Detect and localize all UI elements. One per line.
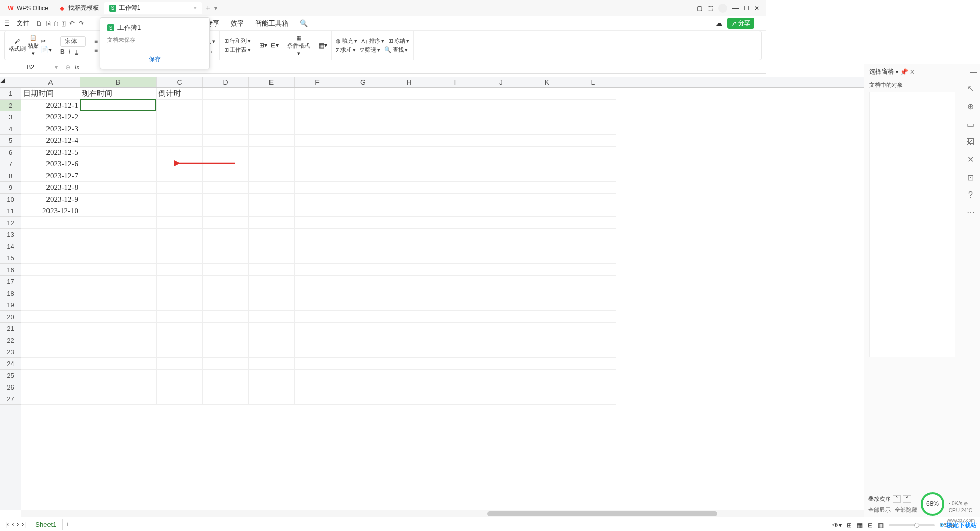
cell-D11[interactable]: [203, 205, 249, 217]
cell-L9[interactable]: [570, 182, 616, 194]
cell-F26[interactable]: [295, 381, 340, 393]
sort-button[interactable]: A↓ 排序▾: [361, 37, 384, 45]
cell-B14[interactable]: [80, 240, 157, 252]
cell-F7[interactable]: [295, 158, 340, 170]
cell-K18[interactable]: [524, 287, 570, 299]
row-header-15[interactable]: 15: [0, 252, 21, 264]
row-header-6[interactable]: 6: [0, 147, 21, 158]
cell-L18[interactable]: [570, 287, 616, 299]
cell-A4[interactable]: 2023-12-3: [21, 123, 80, 135]
cell-H16[interactable]: [386, 264, 432, 276]
cell-E25[interactable]: [249, 370, 295, 381]
cell-J20[interactable]: [478, 311, 524, 323]
cell-J27[interactable]: [478, 393, 524, 405]
cell-I27[interactable]: [432, 393, 478, 405]
cell-L14[interactable]: [570, 240, 616, 252]
cell-K9[interactable]: [524, 182, 570, 194]
cell-G2[interactable]: [340, 100, 386, 111]
row-header-20[interactable]: 20: [0, 311, 21, 323]
cell-C19[interactable]: [157, 299, 203, 311]
cell-C22[interactable]: [157, 334, 203, 346]
cell-E17[interactable]: [249, 276, 295, 287]
col-header-J[interactable]: J: [478, 77, 524, 87]
cell-J19[interactable]: [478, 299, 524, 311]
cell-E23[interactable]: [249, 346, 295, 358]
cell-I10[interactable]: [432, 194, 478, 205]
cell-I8[interactable]: [432, 170, 478, 182]
cell-H5[interactable]: [386, 135, 432, 147]
cell-F18[interactable]: [295, 287, 340, 299]
cell-D22[interactable]: [203, 334, 249, 346]
file-menu-button[interactable]: 文件: [14, 18, 32, 29]
cell-B17[interactable]: [80, 276, 157, 287]
cell-I1[interactable]: [432, 88, 478, 100]
column-headers[interactable]: ABCDEFGHIJKL: [21, 77, 766, 88]
cell-L7[interactable]: [570, 158, 616, 170]
cell-G18[interactable]: [340, 287, 386, 299]
cell-F8[interactable]: [295, 170, 340, 182]
cell-L8[interactable]: [570, 170, 616, 182]
cell-D5[interactable]: [203, 135, 249, 147]
row-header-8[interactable]: 8: [0, 170, 21, 182]
cell-J3[interactable]: [478, 111, 524, 123]
cell-D14[interactable]: [203, 240, 249, 252]
row-header-26[interactable]: 26: [0, 381, 21, 393]
cell-J14[interactable]: [478, 240, 524, 252]
cell-J23[interactable]: [478, 346, 524, 358]
cell-D8[interactable]: [203, 170, 249, 182]
cell-E5[interactable]: [249, 135, 295, 147]
cell-A11[interactable]: 2023-12-10: [21, 205, 80, 217]
cell-J10[interactable]: [478, 194, 524, 205]
sum-button[interactable]: Σ 求和▾: [336, 46, 356, 54]
cell-E6[interactable]: [249, 147, 295, 158]
cell-L6[interactable]: [570, 147, 616, 158]
cell-K14[interactable]: [524, 240, 570, 252]
cell-A5[interactable]: 2023-12-4: [21, 135, 80, 147]
cell-D15[interactable]: [203, 252, 249, 264]
cell-J2[interactable]: [478, 100, 524, 111]
row-header-3[interactable]: 3: [0, 111, 21, 123]
cell-L4[interactable]: [570, 123, 616, 135]
cell-K17[interactable]: [524, 276, 570, 287]
cancel-fx-icon[interactable]: ⊖: [65, 64, 70, 71]
cell-G23[interactable]: [340, 346, 386, 358]
fill-button[interactable]: ◍ 填充▾: [336, 37, 357, 45]
cell-C8[interactable]: [157, 170, 203, 182]
row-header-2[interactable]: 2: [0, 100, 21, 111]
cell-E1[interactable]: [249, 88, 295, 100]
row-header-11[interactable]: 11: [0, 205, 21, 217]
cell-D19[interactable]: [203, 299, 249, 311]
cell-G3[interactable]: [340, 111, 386, 123]
cell-F13[interactable]: [295, 229, 340, 240]
cell-G14[interactable]: [340, 240, 386, 252]
cell-D9[interactable]: [203, 182, 249, 194]
cell-F4[interactable]: [295, 123, 340, 135]
cell-E27[interactable]: [249, 393, 295, 405]
row-header-22[interactable]: 22: [0, 334, 21, 346]
cell-A23[interactable]: [21, 346, 80, 358]
cell-E15[interactable]: [249, 252, 295, 264]
cell-F5[interactable]: [295, 135, 340, 147]
cell-B6[interactable]: [80, 147, 157, 158]
cell-B7[interactable]: [80, 158, 157, 170]
col-header-C[interactable]: C: [157, 77, 203, 87]
font-family-select[interactable]: 宋体: [60, 36, 86, 47]
cell-I6[interactable]: [432, 147, 478, 158]
cell-A27[interactable]: [21, 393, 80, 405]
cell-L16[interactable]: [570, 264, 616, 276]
cell-A13[interactable]: [21, 229, 80, 240]
cell-C2[interactable]: [157, 100, 203, 111]
name-box[interactable]: B2▾: [0, 64, 61, 71]
row-header-9[interactable]: 9: [0, 182, 21, 194]
find-button[interactable]: 🔍 查找▾: [384, 46, 408, 54]
cell-F1[interactable]: [295, 88, 340, 100]
cell-L5[interactable]: [570, 135, 616, 147]
cell-I2[interactable]: [432, 100, 478, 111]
cell-B18[interactable]: [80, 287, 157, 299]
fx-icon[interactable]: fx: [75, 64, 79, 71]
cell-C20[interactable]: [157, 311, 203, 323]
cell-B25[interactable]: [80, 370, 157, 381]
add-tab-button[interactable]: +: [202, 4, 214, 13]
cell-H18[interactable]: [386, 287, 432, 299]
cell-D27[interactable]: [203, 393, 249, 405]
